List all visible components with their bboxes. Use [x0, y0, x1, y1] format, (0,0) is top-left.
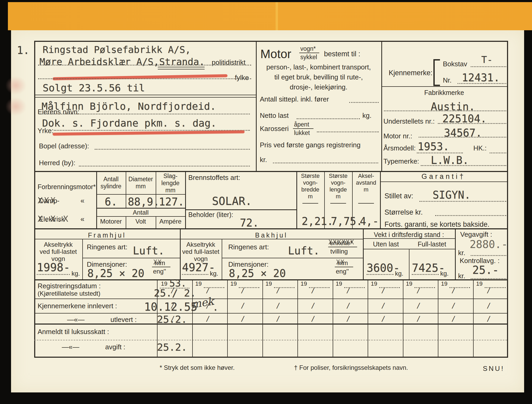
first-year-value: 53. — [169, 278, 186, 289]
registration-grid: Registreringsdatum : (Kjøretillatelse ut… — [0, 0, 532, 404]
year-prefix: 19 — [441, 280, 447, 287]
dotted-line — [204, 287, 224, 288]
year-prefix: 19 — [476, 280, 483, 287]
slash-mark: / — [416, 315, 420, 324]
registreringsdatum-value: 25./ 2. — [154, 287, 196, 299]
divider — [34, 313, 507, 314]
slash-mark: / — [241, 315, 245, 324]
luksusskatt-label: Anmeldt til luksusskatt : — [38, 328, 109, 336]
dotted-line — [485, 287, 506, 288]
utlevert-label: utlevert : — [110, 316, 137, 324]
slash-mark: / — [206, 315, 210, 324]
year-prefix: 19 — [336, 280, 342, 287]
handwritten-period: . — [212, 301, 219, 313]
year-prefix: 19 — [406, 280, 412, 287]
dotted-line — [379, 287, 400, 288]
slash-mark: / — [487, 315, 491, 324]
dotted-line — [344, 287, 365, 288]
slash-mark: / — [346, 301, 350, 310]
slash-mark: / — [451, 315, 455, 324]
divider — [157, 279, 158, 357]
dotted-line — [309, 287, 330, 288]
slash-mark: / — [276, 315, 280, 324]
slash-mark: / — [241, 301, 245, 310]
year-prefix: 19 — [230, 280, 237, 287]
divider — [473, 279, 474, 357]
slash-mark: / — [451, 301, 455, 310]
slash-mark: / — [311, 315, 315, 324]
divider — [368, 279, 368, 357]
kjoretillatelse-label: (Kjøretillatelse utstedt) — [38, 290, 100, 297]
divider — [192, 279, 193, 357]
divider — [227, 279, 228, 357]
slash-mark: / — [416, 301, 420, 310]
dotted-line — [449, 287, 470, 288]
divider — [34, 299, 507, 299]
slash-mark: / — [487, 301, 491, 310]
year-prefix: 19 — [301, 280, 307, 287]
dotted-line — [239, 287, 259, 288]
slash-mark: / — [381, 315, 385, 324]
footnote-poliser: † For poliser, forsikringsselskapets nav… — [294, 364, 408, 371]
slash-mark: / — [346, 315, 350, 324]
year-prefix: 19 — [195, 280, 202, 287]
year-prefix: 19 — [266, 280, 272, 287]
year-prefix: 19 — [371, 280, 377, 287]
innlevert-value: 10.12.55 — [144, 300, 197, 313]
avgift-value: 25.2. — [157, 341, 187, 353]
year-prefix: 19 — [161, 280, 167, 287]
divider — [333, 279, 333, 357]
divider — [262, 279, 263, 357]
avgift-label: avgift : — [105, 343, 125, 351]
dotted-line — [274, 287, 295, 288]
ditto-mark: —«— — [62, 343, 79, 351]
divider — [438, 279, 438, 357]
footnote-stryk: * Stryk det som ikke høver. — [160, 364, 235, 371]
registration-card-scan: 1. Ringstad Pølsefabrikk A/S, Møre Arbei… — [0, 0, 532, 404]
dotted-line — [414, 287, 435, 288]
registreringsdatum-label: Registreringsdatum : — [38, 282, 101, 290]
innlevert-label: Kjennemerkene innlevert : — [38, 302, 117, 310]
divider — [34, 340, 507, 340]
ditto-mark: —«— — [67, 316, 84, 324]
divider — [403, 279, 403, 357]
snu-label: SNU! — [483, 365, 504, 373]
slash-mark: / — [276, 301, 280, 310]
slash-mark: / — [381, 301, 385, 310]
divider — [34, 324, 507, 325]
slash-mark: / — [311, 301, 315, 310]
divider — [297, 279, 298, 357]
